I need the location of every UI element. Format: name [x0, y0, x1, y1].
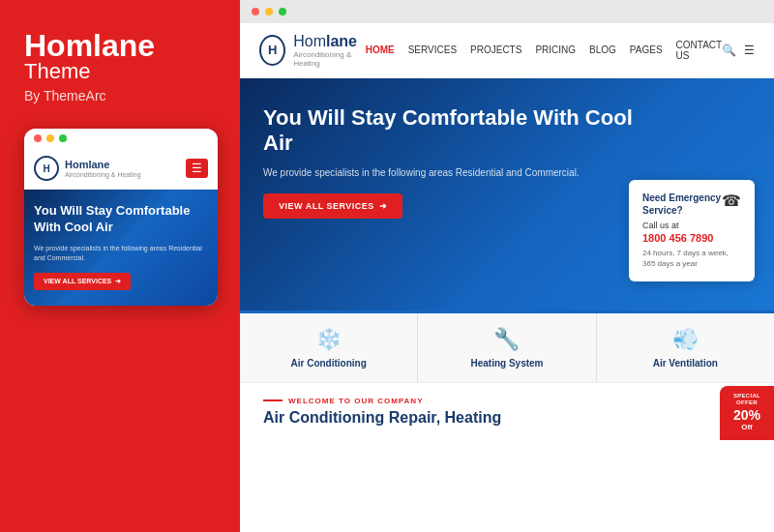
- desktop-preview: H Homlane Airconditioning & Heating HOME…: [240, 23, 774, 532]
- air-conditioning-icon: ❄️: [250, 327, 407, 352]
- ventilation-label: Air Ventilation: [607, 358, 764, 369]
- mobile-preview: H Homlane Airconditioning & Heating ☰ Yo…: [24, 129, 218, 306]
- browser-dot-red: [252, 8, 259, 15]
- emergency-box: Need Emergency Service? Call us at 1800 …: [629, 180, 755, 281]
- welcome-title: Air Conditioning Repair, Heating: [263, 409, 751, 427]
- menu-icon[interactable]: ☰: [744, 44, 755, 57]
- logo-hom: Hom: [293, 33, 326, 49]
- mobile-logo-sub: Airconditioning & Heating: [65, 171, 141, 178]
- emergency-phone-number: 1800 456 7890: [642, 232, 741, 244]
- emergency-call-label: Call us at: [642, 221, 741, 230]
- theme-by: By ThemeArc: [24, 88, 216, 103]
- dot-yellow: [46, 134, 54, 142]
- special-offer-off: Off: [741, 423, 753, 432]
- nav-services[interactable]: SERVICES: [408, 44, 457, 55]
- mobile-hamburger-button[interactable]: ☰: [186, 159, 208, 178]
- mobile-btn-label: VIEW ALL SERVICES: [44, 278, 111, 284]
- mobile-window-bar: [24, 129, 218, 148]
- emergency-hours: 24 hours, 7 days a week, 365 days a year: [642, 248, 741, 269]
- hero-btn-arrow: ➜: [379, 201, 388, 211]
- mobile-nav: H Homlane Airconditioning & Heating ☰: [24, 148, 218, 190]
- mobile-hero: You Will Stay Comfortable With Cool Air …: [24, 190, 218, 306]
- dot-green: [59, 134, 67, 142]
- ventilation-icon: 💨: [607, 327, 764, 352]
- mobile-view-services-button[interactable]: VIEW ALL SERVICES ➜: [34, 273, 131, 290]
- theme-title: Homlane: [24, 29, 216, 63]
- nav-icons: 🔍 ☰: [722, 44, 755, 57]
- site-nav: H Homlane Airconditioning & Heating HOME…: [240, 23, 774, 78]
- nav-pricing[interactable]: PRICING: [535, 44, 576, 55]
- nav-contact[interactable]: CONTACT US: [676, 40, 722, 61]
- mobile-logo-icon: H: [34, 156, 59, 181]
- browser-dot-yellow: [265, 8, 273, 15]
- welcome-tag: WELCOME TO OUR COMPANY: [263, 397, 751, 405]
- browser-bar: [240, 0, 774, 23]
- view-all-services-button[interactable]: VIEW ALL SERVICES ➜: [263, 193, 402, 219]
- right-panel: H Homlane Airconditioning & Heating HOME…: [240, 0, 774, 532]
- search-icon[interactable]: 🔍: [722, 44, 736, 57]
- browser-dot-green: [279, 8, 286, 15]
- hero-btn-label: VIEW ALL SERVICES: [279, 201, 374, 211]
- special-offer-discount: 20%: [733, 407, 760, 424]
- nav-pages[interactable]: PAGES: [630, 44, 663, 55]
- mobile-logo: H Homlane Airconditioning & Heating: [34, 156, 141, 181]
- nav-links: HOME SERVICES PROJECTS PRICING BLOG PAGE…: [366, 40, 722, 61]
- emergency-phone-icon: ☎: [722, 192, 741, 210]
- mobile-hero-title: You Will Stay Comfortable With Cool Air: [34, 203, 208, 236]
- nav-projects[interactable]: PROJECTS: [470, 44, 521, 55]
- hero-title: You Will Stay Comfortable With Cool Air: [263, 105, 650, 157]
- site-logo-icon: H: [259, 35, 285, 66]
- service-air-ventilation[interactable]: 💨 Air Ventilation: [597, 313, 774, 382]
- service-heating-system[interactable]: 🔧 Heating System: [418, 313, 596, 382]
- air-conditioning-label: Air Conditioning: [250, 358, 407, 369]
- left-panel: Homlane Theme By ThemeArc H Homlane Airc…: [0, 0, 240, 532]
- site-logo-text: Homlane: [293, 33, 365, 50]
- welcome-section: WELCOME TO OUR COMPANY Air Conditioning …: [240, 382, 774, 440]
- services-row: ❄️ Air Conditioning 🔧 Heating System 💨 A…: [240, 310, 774, 382]
- nav-blog[interactable]: BLOG: [589, 44, 616, 55]
- special-offer-label: SPECIALOFFER: [733, 393, 760, 406]
- mobile-btn-arrow: ➜: [115, 278, 121, 285]
- hero-sub: We provide specialists in the following …: [263, 165, 650, 180]
- heating-label: Heating System: [428, 358, 585, 369]
- hero-content: You Will Stay Comfortable With Cool Air …: [263, 105, 650, 220]
- site-hero: You Will Stay Comfortable With Cool Air …: [240, 78, 774, 310]
- mobile-hero-sub: We provide specialists in the following …: [34, 244, 208, 263]
- logo-lane: lane: [326, 33, 357, 49]
- site-logo: H Homlane Airconditioning & Heating: [259, 33, 366, 68]
- site-logo-sub: Airconditioning & Heating: [293, 50, 365, 68]
- mobile-logo-text: Homlane: [65, 159, 141, 171]
- heating-icon: 🔧: [428, 327, 585, 352]
- special-offer-badge: SPECIALOFFER 20% Off: [720, 386, 774, 440]
- dot-red: [34, 134, 42, 142]
- service-air-conditioning[interactable]: ❄️ Air Conditioning: [240, 313, 418, 382]
- theme-subtitle: Theme: [24, 59, 216, 84]
- nav-home[interactable]: HOME: [366, 44, 395, 55]
